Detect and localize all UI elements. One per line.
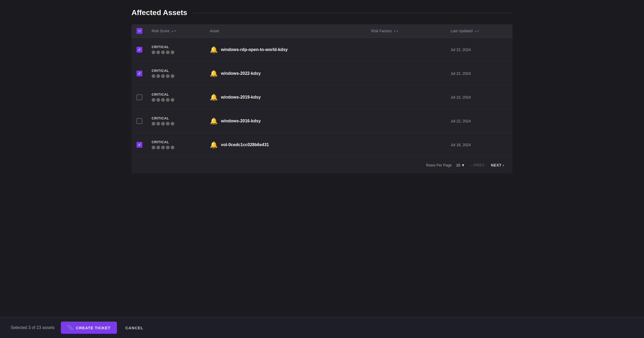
row-2-risk-dots — [152, 74, 201, 78]
row-2-checkbox-cell[interactable] — [131, 71, 147, 76]
row-1-asset: 🔔 windows-rdp-open-to-world-kdsy — [206, 46, 367, 53]
dot — [171, 122, 174, 126]
header-last-updated: Last Updated ▲▼ — [446, 28, 513, 34]
row-3-asset: 🔔 windows-2019-kdsy — [206, 94, 367, 101]
dot — [171, 74, 174, 78]
last-updated-sort-icon[interactable]: ▲▼ — [474, 30, 479, 33]
row-1-checkbox[interactable] — [137, 47, 142, 53]
page-title: Affected Assets — [131, 8, 187, 17]
row-3-checkbox-cell[interactable] — [131, 94, 147, 100]
dot — [161, 98, 165, 102]
row-4-checkbox[interactable] — [137, 118, 142, 124]
dot — [166, 50, 170, 54]
dot — [152, 146, 155, 149]
bell-icon: 🔔 — [210, 46, 218, 53]
rows-per-page-select[interactable]: 10 ▼ — [456, 163, 465, 167]
risk-factors-sort-icon[interactable]: ▲▼ — [393, 30, 399, 33]
dot — [156, 122, 160, 126]
header-risk-factors: Risk Factors ▲▼ — [367, 28, 446, 34]
table-row: CRITICAL 🔔 windows-2022-kdsy Jul 22, 202… — [131, 62, 513, 85]
row-3-last-updated: Jul 22, 2024 — [446, 95, 513, 99]
title-divider — [193, 13, 513, 13]
row-4-asset: 🔔 windows-2016-kdsy — [206, 117, 367, 125]
dot — [171, 50, 174, 54]
dot — [161, 50, 165, 54]
dot — [156, 50, 160, 54]
row-3-risk-score: CRITICAL — [147, 92, 206, 102]
row-3-risk-dots — [152, 98, 201, 102]
cancel-button[interactable]: CANCEL — [123, 322, 146, 333]
chevron-left-icon: ‹ — [471, 163, 473, 167]
row-2-checkbox[interactable] — [137, 71, 142, 76]
dropdown-arrow-icon: ▼ — [461, 163, 465, 167]
dot — [171, 146, 174, 149]
select-all-checkbox[interactable] — [137, 28, 142, 34]
dot — [166, 146, 170, 149]
row-4-checkbox-cell[interactable] — [131, 118, 147, 124]
table-row: CRITICAL 🔔 windows-rdp-open-to-world-kds… — [131, 38, 513, 62]
chevron-right-icon: › — [503, 163, 504, 167]
row-4-risk-dots — [152, 122, 201, 126]
row-1-checkbox-cell[interactable] — [131, 47, 147, 53]
dot — [156, 74, 160, 78]
bell-icon: 🔔 — [210, 141, 218, 149]
table-header: Risk Score ▲▼ Asset Risk Factors ▲▼ Last… — [131, 24, 513, 38]
header-checkbox-cell[interactable] — [131, 28, 147, 34]
row-5-risk-score: CRITICAL — [147, 140, 206, 149]
table-row: CRITICAL 🔔 windows-2016-kdsy Jul 22, 202… — [131, 109, 513, 133]
next-page-button[interactable]: NEXT › — [489, 162, 506, 168]
row-2-asset: 🔔 windows-2022-kdsy — [206, 70, 367, 77]
row-4-risk-score: CRITICAL — [147, 116, 206, 126]
assets-table: Risk Score ▲▼ Asset Risk Factors ▲▼ Last… — [131, 24, 513, 174]
bell-icon: 🔔 — [210, 94, 218, 101]
dot — [152, 50, 155, 54]
table-row: CRITICAL 🔔 windows-2019-kdsy Jul 22, 202… — [131, 85, 513, 109]
dot — [152, 98, 155, 102]
dot — [166, 74, 170, 78]
row-2-risk-score: CRITICAL — [147, 69, 206, 78]
bell-icon: 🔔 — [210, 70, 218, 77]
row-5-asset: 🔔 vol-0cedc1cc028b6e431 — [206, 141, 367, 149]
dot — [166, 122, 170, 126]
paperclip-icon: 📎 — [67, 325, 73, 331]
row-5-last-updated: Jul 18, 2024 — [446, 143, 513, 147]
row-5-checkbox-cell[interactable] — [131, 142, 147, 148]
pagination-nav: ‹ PREV NEXT › — [469, 162, 506, 168]
header-risk-score: Risk Score ▲▼ — [147, 28, 206, 34]
row-1-last-updated: Jul 22, 2024 — [446, 48, 513, 52]
header-asset: Asset — [206, 28, 367, 34]
row-5-risk-dots — [152, 146, 201, 149]
row-3-checkbox[interactable] — [137, 94, 142, 100]
rows-per-page-label: Rows Per Page — [426, 163, 452, 167]
pagination-row: Rows Per Page 10 ▼ ‹ PREV NEXT › — [131, 157, 513, 174]
row-1-risk-dots — [152, 50, 201, 54]
dot — [156, 146, 160, 149]
risk-score-sort-icon[interactable]: ▲▼ — [171, 30, 176, 33]
table-row: CRITICAL 🔔 vol-0cedc1cc028b6e431 Jul 18,… — [131, 133, 513, 157]
dot — [171, 98, 174, 102]
bottom-bar: Selected 3 of 23 assets 📎 CREATE TICKET … — [0, 317, 644, 338]
row-1-risk-score: CRITICAL — [147, 45, 206, 54]
dot — [161, 74, 165, 78]
create-ticket-button[interactable]: 📎 CREATE TICKET — [61, 322, 117, 334]
prev-page-button[interactable]: ‹ PREV — [469, 162, 487, 168]
dot — [166, 98, 170, 102]
bell-icon: 🔔 — [210, 117, 218, 125]
dot — [161, 122, 165, 126]
row-2-last-updated: Jul 22, 2024 — [446, 71, 513, 76]
dot — [161, 146, 165, 149]
dot — [152, 74, 155, 78]
dot — [156, 98, 160, 102]
row-5-checkbox[interactable] — [137, 142, 142, 148]
selected-info: Selected 3 of 23 assets — [11, 325, 55, 330]
row-4-last-updated: Jul 22, 2024 — [446, 119, 513, 123]
dot — [152, 122, 155, 126]
